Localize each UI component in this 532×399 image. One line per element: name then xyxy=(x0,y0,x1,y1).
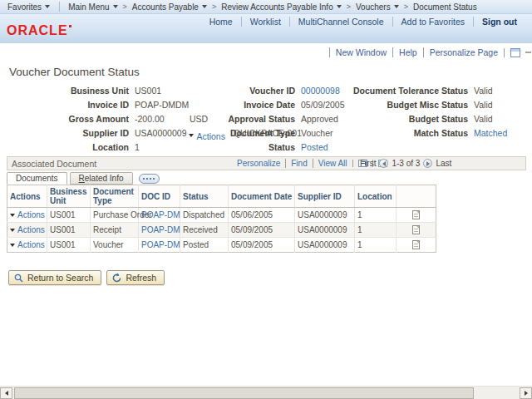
cell-status: Posted xyxy=(180,238,229,253)
document-page-icon[interactable] xyxy=(412,210,420,219)
status-link[interactable]: Posted xyxy=(301,142,328,152)
breadcrumb-favorites[interactable]: Favorites xyxy=(7,2,50,12)
breadcrumb-item-label: Vouchers xyxy=(356,2,391,12)
scrollbar-thumb[interactable] xyxy=(14,387,474,399)
add-to-favorites-link[interactable]: Add to Favorites xyxy=(392,17,473,27)
breadcrumb-item-vouchers[interactable]: Vouchers xyxy=(342,2,399,12)
voucher-id-link[interactable]: 00000098 xyxy=(301,86,340,96)
match-status-link[interactable]: Matched xyxy=(474,128,507,138)
personalize-link[interactable]: Personalize xyxy=(232,159,285,168)
cell-supplier-id: USA0000009 xyxy=(295,208,355,223)
groupbox-title: Associated Document xyxy=(12,159,96,169)
field-label: Gross Amount xyxy=(8,114,129,124)
home-link[interactable]: Home xyxy=(201,17,241,27)
worklist-link[interactable]: Worklist xyxy=(241,17,289,27)
personalize-layout-icon[interactable] xyxy=(510,48,520,57)
field-value: 1 xyxy=(135,142,140,152)
breadcrumb-item-accounts-payable[interactable]: Accounts Payable xyxy=(118,2,207,12)
grid-pager: First 1-3 of 3 Last xyxy=(360,159,451,168)
pager-previous-button[interactable] xyxy=(379,159,388,168)
cell-location: 1 xyxy=(355,208,397,223)
view-all-link[interactable]: View All xyxy=(313,159,352,168)
field-label: Supplier ID xyxy=(8,128,129,138)
cell-location: 1 xyxy=(355,223,397,238)
doc-id-link[interactable]: POAP-DM xyxy=(141,240,180,249)
scroll-left-button[interactable] xyxy=(0,387,12,399)
field-label: Status xyxy=(218,142,295,152)
document-page-icon[interactable] xyxy=(412,225,420,234)
tab-label-accesskey: R xyxy=(79,174,85,183)
groupbox-header: Associated Document Personalize Find Vie… xyxy=(7,156,526,170)
row-actions-menu[interactable]: Actions xyxy=(10,210,45,219)
refresh-button[interactable]: Refresh xyxy=(106,270,165,285)
field-value: -200.00 xyxy=(135,114,165,124)
pager-range: 1-3 of 3 xyxy=(392,159,420,168)
cell-document-date: 05/09/2005 xyxy=(229,238,295,253)
tab-related-info[interactable]: Related Info xyxy=(70,172,133,185)
field-label: Document Type xyxy=(218,128,295,138)
cell-document-date: 05/06/2005 xyxy=(229,208,295,223)
cell-business-unit: US001 xyxy=(47,238,91,253)
column-header-location: Location xyxy=(355,185,397,208)
help-link[interactable]: Help xyxy=(392,47,423,57)
arrow-left-icon xyxy=(5,391,8,396)
field-label: Approval Status xyxy=(218,114,295,124)
return-to-search-label: Return to Search xyxy=(27,273,93,283)
find-link[interactable]: Find xyxy=(285,159,312,168)
cell-business-unit: US001 xyxy=(47,223,91,238)
field-label: Location xyxy=(8,142,129,152)
breadcrumb-item-review-ap-info[interactable]: Review Accounts Payable Info xyxy=(207,2,342,12)
cell-document-type: Receipt xyxy=(91,223,139,238)
grid-header-row: Actions Business Unit Document Type DOC … xyxy=(7,185,436,208)
field-value: USA0000009 xyxy=(135,128,186,138)
column-header-doc-id: DOC ID xyxy=(139,185,180,208)
currency-code: USD xyxy=(190,114,208,124)
field-value: Valid xyxy=(474,100,493,110)
caret-down-icon xyxy=(10,214,15,217)
doc-id-link[interactable]: POAP-DM xyxy=(141,210,180,219)
dash-icon xyxy=(525,52,531,53)
doc-id-link[interactable]: POAP-DM xyxy=(141,225,180,234)
breadcrumb-divider xyxy=(59,2,60,12)
personalize-page-link[interactable]: Personalize Page xyxy=(423,47,504,57)
tab-label: elated Info xyxy=(85,174,124,183)
field-invoice-id: Invoice ID POAP-DMDM xyxy=(8,100,223,114)
multichannel-console-link[interactable]: MultiChannel Console xyxy=(289,17,392,27)
oracle-logo: ORACLE xyxy=(7,23,71,38)
page-title: Voucher Document Status xyxy=(9,66,140,78)
return-to-search-button[interactable]: Return to Search xyxy=(8,270,101,285)
summary-column-1: Business Unit US001 Invoice ID POAP-DMDM… xyxy=(8,86,223,156)
scroll-right-button[interactable] xyxy=(520,387,532,399)
column-header-actions: Actions xyxy=(7,185,47,208)
cell-supplier-id: USA0000009 xyxy=(295,223,355,238)
field-business-unit: Business Unit US001 xyxy=(8,86,223,100)
field-document-tolerance-status: Document Tolerance Status Valid xyxy=(345,86,530,100)
new-window-link[interactable]: New Window xyxy=(329,47,392,57)
caret-down-icon xyxy=(189,134,194,137)
document-page-icon[interactable] xyxy=(412,240,420,249)
breadcrumb-item-main-menu[interactable]: Main Menu xyxy=(68,2,117,12)
field-budget-status: Budget Status Valid xyxy=(345,114,530,128)
row-actions-menu[interactable]: Actions xyxy=(10,240,45,249)
tab-documents[interactable]: Documents xyxy=(7,172,67,185)
cell-document-date: 05/09/2005 xyxy=(229,223,295,238)
breadcrumb-favorites-label: Favorites xyxy=(7,2,42,12)
dots-icon xyxy=(143,178,145,180)
field-value: Valid xyxy=(474,86,493,96)
breadcrumb-item-label: Review Accounts Payable Info xyxy=(221,2,333,12)
cell-status: Received xyxy=(180,223,229,238)
row-actions-label: Actions xyxy=(17,225,45,234)
arrow-right-icon xyxy=(426,161,430,166)
column-header-document-type: Document Type xyxy=(91,185,139,208)
field-status: Status Posted xyxy=(218,142,363,156)
field-label: Budget Misc Status xyxy=(345,100,468,110)
horizontal-scrollbar[interactable] xyxy=(0,386,532,399)
show-all-columns-icon[interactable] xyxy=(139,174,160,184)
sign-out-link[interactable]: Sign out xyxy=(473,17,525,27)
row-actions-label: Actions xyxy=(17,240,45,249)
table-row: Actions US001 Purchase Order POAP-DM Dis… xyxy=(7,208,436,223)
banner-links: Home Worklist MultiChannel Console Add t… xyxy=(201,17,525,27)
pager-next-button[interactable] xyxy=(423,159,432,168)
row-actions-menu[interactable]: Actions xyxy=(10,225,45,234)
cell-document-type: Purchase Order xyxy=(91,208,139,223)
